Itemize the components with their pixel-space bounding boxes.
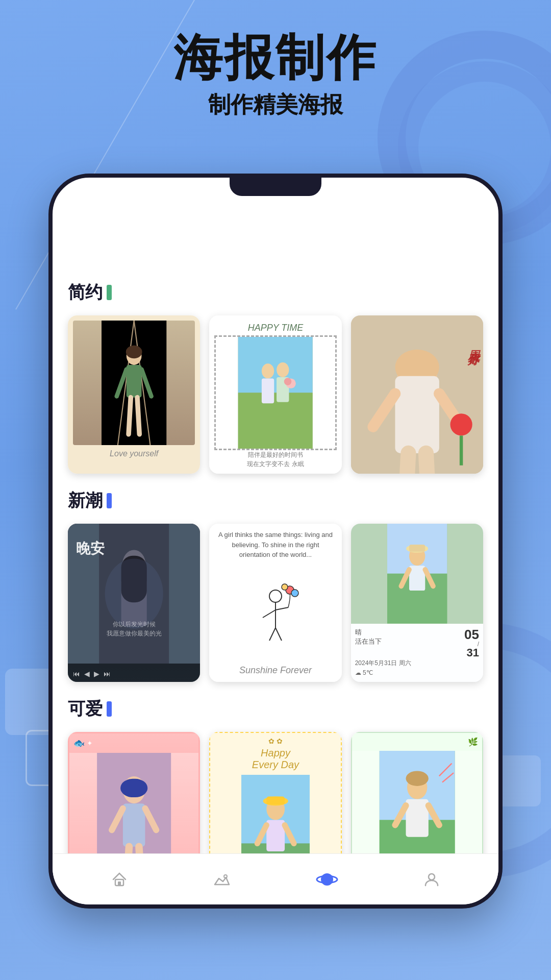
- svg-line-59: [127, 847, 129, 853]
- svg-point-16: [277, 362, 289, 377]
- play-btn[interactable]: ▶: [94, 670, 99, 678]
- template-cute-yellow[interactable]: ✿ ✿ HappyEvery Day: [209, 732, 341, 853]
- cute-yellow-photo: [241, 775, 310, 853]
- happy-every-day-text: HappyEvery Day: [252, 747, 299, 771]
- weather-day-num: 31: [464, 647, 479, 658]
- weekend-big-text: 周末你好: [466, 341, 481, 347]
- nav-home[interactable]: [110, 870, 129, 889]
- svg-line-43: [276, 628, 282, 641]
- svg-point-34: [105, 559, 163, 629]
- cute-yellow-header: ✿ ✿ HappyEvery Day: [248, 733, 303, 775]
- simple-grid: Love yourself HAPPY TIME: [68, 315, 483, 474]
- phone-screen[interactable]: 海报制作 ✦ 简约: [53, 178, 498, 853]
- trendy-grid: 晚安 你以后发光时候我愿意做你最美的光 ⏮ ◀ ▶ ⏭: [68, 524, 483, 682]
- cute-grid: 🐟 ✦: [68, 732, 483, 853]
- section-cute-accent: [107, 701, 112, 717]
- template-dark-music[interactable]: 晚安 你以后发光时候我愿意做你最美的光 ⏮ ◀ ▶ ⏭: [68, 524, 200, 682]
- sketch-art: [250, 560, 301, 666]
- section-simple-header: 简约: [68, 281, 483, 304]
- svg-line-42: [269, 628, 276, 641]
- wanan-text: 晚安: [76, 539, 105, 558]
- section-cute-header: 可爱: [68, 697, 483, 721]
- section-cute-title: 可爱: [68, 697, 103, 721]
- cute-green-header: 🌿: [352, 733, 482, 751]
- sketch-label: Sunshine Forever: [239, 665, 312, 676]
- svg-rect-66: [266, 797, 285, 805]
- nav-gallery[interactable]: [213, 870, 231, 889]
- svg-point-85: [429, 874, 435, 880]
- weekend-photo: [351, 315, 483, 474]
- svg-point-26: [450, 413, 472, 435]
- svg-line-37: [263, 610, 276, 618]
- svg-point-35: [269, 590, 282, 602]
- template-cute-green[interactable]: 🌿: [351, 732, 483, 853]
- svg-rect-23: [395, 376, 439, 453]
- nav-profile[interactable]: [422, 870, 441, 889]
- svg-line-8: [129, 398, 131, 434]
- svg-point-10: [126, 346, 142, 358]
- svg-rect-56: [123, 803, 145, 847]
- profile-icon: [422, 870, 441, 889]
- svg-line-29: [426, 453, 431, 474]
- bottom-nav: [53, 853, 498, 904]
- template-cute-pink[interactable]: 🐟 ✦: [68, 732, 200, 853]
- dark-music-photo: 晚安 你以后发光时候我愿意做你最美的光: [68, 524, 200, 664]
- weather-details: 2024年5月31日 周六☁ 5℃: [355, 658, 479, 678]
- cute-pink-label: ✦: [87, 739, 93, 747]
- svg-point-41: [282, 584, 288, 590]
- weather-location: 活在当下: [355, 637, 382, 646]
- svg-line-60: [139, 847, 141, 853]
- happy-time-photo: [214, 335, 336, 450]
- svg-rect-15: [262, 379, 274, 404]
- happy-time-title: HAPPY TIME: [214, 321, 336, 335]
- svg-rect-12: [238, 337, 313, 393]
- svg-point-19: [284, 378, 292, 385]
- dark-music-controls: ⏮ ◀ ▶ ⏭: [68, 664, 200, 682]
- phone-mockup: 海报制作 ✦ 简约: [48, 174, 503, 909]
- app-header: 海报制作 ✦: [68, 208, 483, 262]
- section-simple-accent: [107, 285, 112, 300]
- svg-rect-55: [120, 779, 147, 797]
- flower-icon: ✿ ✿: [252, 737, 299, 745]
- svg-point-40: [291, 590, 298, 597]
- cute-pink-header: 🐟 ✦: [69, 733, 198, 753]
- weather-photo: [351, 524, 483, 624]
- weather-day-label: 晴: [355, 628, 382, 637]
- svg-point-14: [262, 363, 274, 378]
- sparkle-icon: ✦: [453, 220, 478, 246]
- sub-title: 制作精美海报: [0, 90, 551, 120]
- template-weekend[interactable]: HELLO, WEEKEND 周末你好: [351, 315, 483, 474]
- svg-rect-81: [118, 881, 121, 886]
- nav-planet[interactable]: [316, 868, 338, 891]
- template-sketch[interactable]: A girl thinks the same things: living an…: [209, 524, 341, 682]
- svg-point-74: [406, 771, 428, 786]
- svg-point-82: [224, 875, 227, 878]
- cute-green-photo: [352, 751, 482, 853]
- template-weather[interactable]: 晴 活在当下 05 / 31 2024年5月31日 周六☁ 5℃: [351, 524, 483, 682]
- polaroid-photo: [73, 321, 195, 445]
- template-happy-time[interactable]: HAPPY TIME: [209, 315, 341, 474]
- prev-btn[interactable]: ⏮: [73, 670, 80, 678]
- app-title: 海报制作: [73, 218, 159, 247]
- home-icon: [110, 870, 129, 889]
- back-btn[interactable]: ◀: [84, 670, 90, 678]
- planet-icon: [316, 868, 338, 891]
- happy-time-caption: 陪伴是最好的时间书现在文字变不去 永眠: [214, 450, 336, 469]
- section-trendy-title: 新潮: [68, 489, 103, 512]
- svg-line-28: [404, 453, 408, 474]
- next-btn[interactable]: ⏭: [104, 670, 111, 678]
- cute-pink-photo: [69, 753, 198, 853]
- template-polaroid[interactable]: Love yourself: [68, 315, 200, 474]
- phone-notch: [230, 178, 321, 196]
- svg-line-38: [276, 607, 288, 610]
- svg-rect-75: [406, 799, 428, 837]
- svg-rect-49: [409, 545, 425, 552]
- section-trendy-accent: [107, 493, 112, 508]
- weather-info: 晴 活在当下 05 / 31 2024年5月31日 周六☁ 5℃: [351, 624, 483, 682]
- svg-line-9: [137, 398, 139, 434]
- svg-rect-13: [238, 393, 313, 449]
- main-title: 海报制作: [0, 31, 551, 85]
- sketch-text-top: A girl thinks the same things: living an…: [215, 530, 335, 560]
- section-trendy-header: 新潮: [68, 489, 483, 512]
- section-simple-title: 简约: [68, 281, 103, 304]
